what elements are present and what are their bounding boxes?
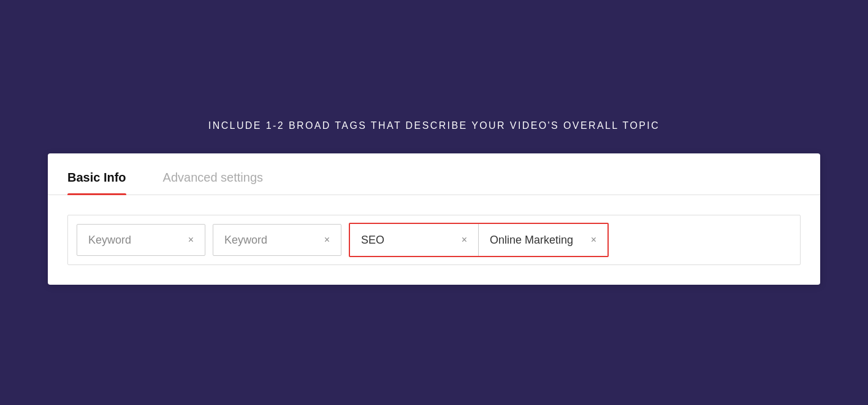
keyword-tag-1[interactable]: Keyword ×	[77, 224, 205, 256]
keyword-label-seo: SEO	[361, 234, 454, 247]
tab-advanced-settings[interactable]: Advanced settings	[163, 153, 263, 195]
keyword-remove-seo[interactable]: ×	[454, 235, 467, 245]
keyword-remove-2[interactable]: ×	[317, 235, 330, 245]
keyword-label-online-marketing: Online Marketing	[490, 234, 584, 247]
page-heading: INCLUDE 1-2 BROAD TAGS THAT DESCRIBE YOU…	[208, 120, 660, 131]
keyword-remove-1[interactable]: ×	[181, 235, 194, 245]
keyword-label-1: Keyword	[88, 234, 181, 247]
keyword-label-2: Keyword	[224, 234, 317, 247]
keywords-row: Keyword × Keyword × SEO × Online Marketi…	[67, 215, 801, 265]
keyword-tag-2[interactable]: Keyword ×	[213, 224, 341, 256]
highlighted-group: SEO × Online Marketing ×	[349, 223, 609, 257]
card: Basic Info Advanced settings Keyword × K…	[48, 153, 820, 285]
keyword-remove-online-marketing[interactable]: ×	[584, 235, 596, 245]
keyword-tag-seo[interactable]: SEO ×	[350, 224, 479, 256]
card-body: Keyword × Keyword × SEO × Online Marketi…	[48, 195, 820, 285]
tab-basic-info[interactable]: Basic Info	[67, 153, 126, 195]
tabs-container: Basic Info Advanced settings	[48, 153, 820, 195]
keyword-tag-online-marketing[interactable]: Online Marketing ×	[479, 224, 607, 256]
